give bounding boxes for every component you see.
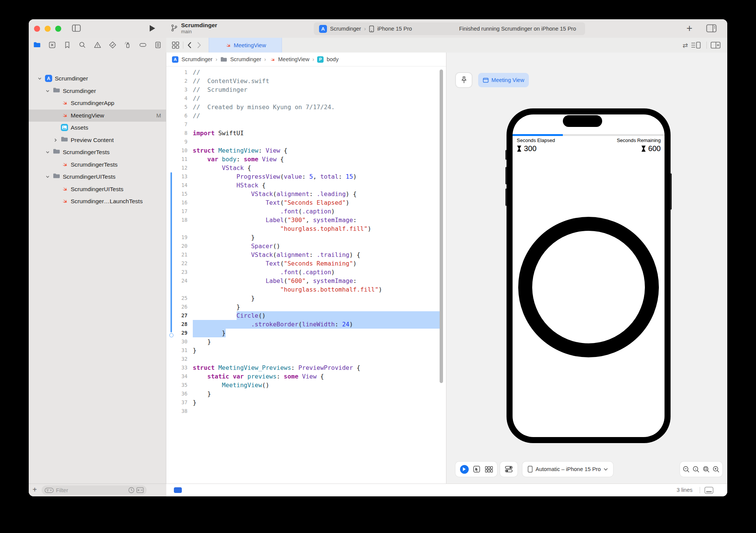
preview-device-icon bbox=[483, 77, 489, 83]
sidebar-item-scrumdingertests[interactable]: ScrumdingerTests bbox=[29, 146, 166, 159]
chevron-down-icon[interactable] bbox=[45, 89, 50, 93]
add-editor-icon[interactable] bbox=[711, 42, 720, 49]
sidebar-item-scrumdinger[interactable]: AScrumdinger bbox=[29, 73, 166, 85]
editor-scrollbar[interactable] bbox=[440, 70, 443, 383]
destination-name[interactable]: iPhone 15 Pro bbox=[377, 26, 412, 32]
line-number: 4 bbox=[166, 94, 187, 103]
project-navigator-icon[interactable] bbox=[33, 41, 41, 49]
code-text: Text("Seconds Elapsed") bbox=[193, 198, 349, 207]
breadcrumb-project[interactable]: Scrumdinger bbox=[181, 56, 212, 62]
code-line: 27 Circle() bbox=[166, 311, 446, 320]
volume-down-button bbox=[505, 188, 507, 206]
code-text: Circle() bbox=[193, 311, 266, 320]
meeting-progress-fill bbox=[513, 134, 563, 136]
code-line: 29 } bbox=[166, 329, 446, 337]
line-number: 32 bbox=[166, 355, 187, 363]
sidebar-item-scrumdingeruitests[interactable]: ScrumdingerUITests bbox=[29, 171, 166, 183]
find-icon[interactable] bbox=[79, 41, 86, 49]
toggle-sidebar-icon[interactable] bbox=[72, 24, 81, 32]
filter-field[interactable]: Filter bbox=[42, 485, 147, 495]
recent-files-icon[interactable] bbox=[128, 487, 135, 493]
scm-status-filter-icon[interactable] bbox=[136, 487, 144, 493]
breadcrumb-group[interactable]: Scrumdinger bbox=[230, 56, 261, 62]
run-destination-bar[interactable]: A Scrumdinger › iPhone 15 Pro Finished r… bbox=[314, 22, 585, 35]
code-area[interactable]: 1//2// ContentView.swift3// Scrumdinger4… bbox=[166, 66, 446, 484]
project-icon: A bbox=[172, 56, 178, 63]
scheme-name[interactable]: Scrumdinger bbox=[330, 26, 361, 32]
zoom-fit-icon[interactable] bbox=[702, 465, 710, 473]
preview-name-chip[interactable]: Meeting View bbox=[478, 73, 529, 87]
code-text: } bbox=[193, 294, 255, 303]
editor-display-icon[interactable] bbox=[704, 487, 714, 494]
code-text: MeetingView() bbox=[193, 381, 269, 389]
chevron-down-icon[interactable] bbox=[45, 175, 50, 179]
related-items-icon[interactable] bbox=[172, 41, 180, 49]
zoom-100-icon[interactable]: 1 bbox=[692, 465, 700, 473]
code-text: .strokeBorder(lineWidth: 24) bbox=[193, 320, 353, 329]
zoom-controls: 1 bbox=[680, 462, 722, 477]
swift-icon bbox=[61, 161, 68, 168]
preview-device-selector[interactable]: Automatic – iPhone 15 Pro bbox=[522, 462, 613, 477]
library-plus-button[interactable]: + bbox=[686, 23, 692, 34]
run-button[interactable] bbox=[149, 25, 156, 32]
sidebar-item-label: Preview Content bbox=[71, 137, 114, 144]
minimize-window-button[interactable] bbox=[45, 26, 51, 32]
line-number: 30 bbox=[166, 337, 187, 346]
pin-preview-button[interactable] bbox=[456, 73, 472, 87]
zoom-window-button[interactable] bbox=[55, 26, 61, 32]
sidebar-item-scrumdinger-launchtests[interactable]: Scrumdinger…LaunchTests bbox=[29, 195, 166, 208]
tests-icon[interactable] bbox=[109, 41, 116, 49]
code-line: 6// bbox=[166, 111, 446, 120]
chevron-down-icon[interactable] bbox=[37, 76, 42, 81]
line-number: 2 bbox=[166, 77, 187, 85]
assets-icon bbox=[61, 124, 68, 131]
go-back-icon[interactable] bbox=[187, 41, 192, 49]
swift-icon bbox=[61, 185, 68, 193]
debug-icon[interactable] bbox=[124, 41, 132, 49]
tab-label: MeetingView bbox=[234, 42, 266, 48]
zoom-in-icon[interactable] bbox=[712, 465, 720, 473]
add-file-button[interactable]: + bbox=[33, 485, 37, 494]
go-forward-icon[interactable] bbox=[197, 41, 201, 49]
sidebar-item-scrumdingerapp[interactable]: ScrumdingerApp bbox=[29, 97, 166, 110]
source-control-icon[interactable] bbox=[48, 41, 56, 49]
folder-icon bbox=[61, 136, 68, 144]
breadcrumb-symbol[interactable]: body bbox=[327, 56, 338, 62]
line-number: 35 bbox=[166, 381, 187, 389]
sidebar-item-scrumdinger[interactable]: Scrumdinger bbox=[29, 85, 166, 97]
reports-icon[interactable] bbox=[154, 41, 162, 49]
code-review-icon[interactable]: ⇄ bbox=[683, 42, 688, 49]
chevron-right-icon[interactable] bbox=[53, 138, 58, 142]
breakpoints-icon[interactable] bbox=[139, 41, 147, 49]
line-number: 8 bbox=[166, 129, 187, 137]
line-number: 21 bbox=[166, 250, 187, 259]
editor-layout-icon[interactable] bbox=[706, 24, 717, 32]
line-number: 17 bbox=[166, 207, 187, 216]
tab-meetingview[interactable]: MeetingView bbox=[209, 38, 282, 53]
live-preview-button[interactable] bbox=[460, 465, 469, 474]
chevron-down-icon[interactable] bbox=[45, 150, 50, 154]
adjust-editor-options-icon[interactable] bbox=[691, 42, 701, 49]
sidebar-item-meetingview[interactable]: MeetingViewM bbox=[29, 110, 166, 122]
xcode-window: Scrumdinger main A Scrumdinger › iPhone … bbox=[29, 19, 727, 496]
zoom-out-icon[interactable] bbox=[682, 465, 690, 473]
sidebar-item-preview-content[interactable]: Preview Content bbox=[29, 134, 166, 147]
bookmarks-icon[interactable] bbox=[64, 41, 71, 49]
issues-icon[interactable] bbox=[94, 41, 101, 49]
code-text: Text("Seconds Remaining") bbox=[193, 259, 357, 268]
sidebar-item-assets[interactable]: Assets bbox=[29, 122, 166, 134]
iphone-preview: Seconds Elapsed Seconds Remaining 300 60… bbox=[507, 108, 671, 443]
meeting-progress-track bbox=[513, 134, 665, 136]
device-settings-button[interactable] bbox=[505, 465, 513, 473]
sidebar-item-scrumdingeruitests[interactable]: ScrumdingerUITests bbox=[29, 183, 166, 196]
dynamic-island bbox=[563, 115, 602, 127]
svg-text:1: 1 bbox=[695, 467, 696, 470]
project-icon: A bbox=[45, 75, 53, 82]
code-text: // ContentView.swift bbox=[193, 77, 269, 85]
selectable-mode-button[interactable] bbox=[473, 465, 480, 473]
breadcrumb-file[interactable]: MeetingView bbox=[278, 56, 310, 62]
project-navigator: AScrumdingerScrumdingerScrumdingerAppMee… bbox=[29, 53, 166, 484]
sidebar-item-scrumdingertests[interactable]: ScrumdingerTests bbox=[29, 159, 166, 171]
variants-mode-button[interactable] bbox=[485, 466, 493, 473]
close-window-button[interactable] bbox=[34, 26, 40, 32]
